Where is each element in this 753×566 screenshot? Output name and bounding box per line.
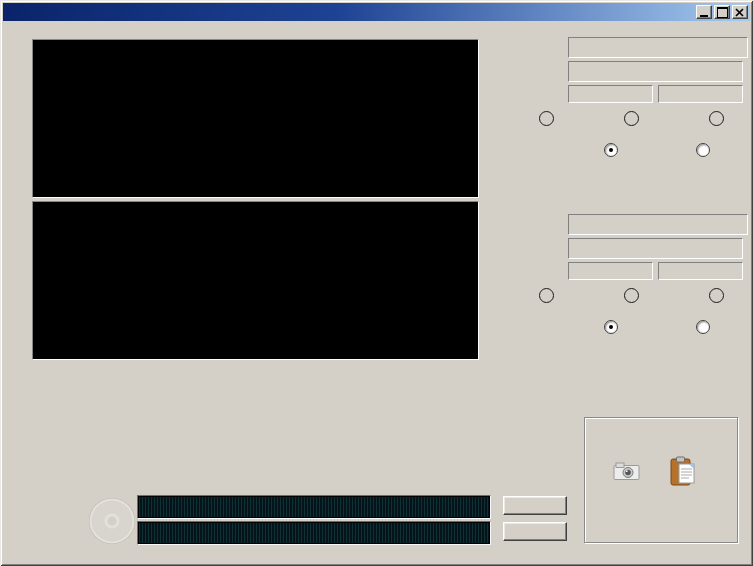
scan-drv1-field (568, 37, 748, 58)
mid-code-2-field (568, 238, 743, 259)
snapshot-groupbox (584, 417, 738, 543)
stat-pif-avg (354, 403, 432, 404)
jitter-2-led (709, 288, 724, 303)
burn-drive-1-lcd (137, 495, 491, 519)
pi-chart (33, 40, 478, 197)
app-window (0, 0, 753, 566)
maximize-icon (717, 7, 728, 18)
stat-pof-total-2 (423, 453, 501, 454)
type-1-field-a (568, 85, 653, 103)
pi-graph-1-led (539, 111, 554, 126)
stat-pif-avg-2 (354, 453, 432, 454)
burn-drive-2-lcd (137, 521, 491, 545)
pi-chart-frame (32, 39, 479, 198)
minimize-button[interactable] (696, 5, 712, 19)
minimize-icon (700, 15, 708, 17)
title-bar[interactable] (3, 3, 750, 21)
disc-graphic (89, 498, 135, 544)
type-2-field-b (658, 262, 743, 280)
type-2-field-a (568, 262, 653, 280)
clipboard-icon[interactable] (670, 456, 696, 487)
close-icon (735, 8, 745, 17)
pi-graph-2-led (539, 288, 554, 303)
type-1-field-b (658, 85, 743, 103)
line-radio-2[interactable] (604, 320, 618, 334)
mid-code-1-field (568, 61, 743, 82)
block-radio-1[interactable] (696, 143, 710, 157)
stat-pof-total (423, 403, 501, 404)
maximize-button[interactable] (714, 5, 730, 19)
comment-button-2[interactable] (503, 522, 567, 541)
stat-pif-peak (279, 403, 357, 404)
stat-pi-avg (148, 403, 226, 404)
stat-pif-peak-2 (279, 453, 357, 454)
comment-button-1[interactable] (503, 496, 567, 515)
pif-chart-frame (32, 201, 479, 360)
scan-drv2-field (568, 214, 748, 235)
stat-pi-avg-2 (148, 453, 226, 454)
close-button[interactable] (732, 5, 748, 19)
line-radio-1[interactable] (604, 143, 618, 157)
jitter-1-led (709, 111, 724, 126)
snapshot-camera-icon[interactable] (613, 460, 641, 482)
block-radio-2[interactable] (696, 320, 710, 334)
pif-chart (33, 202, 478, 359)
pif-graph-1-led (624, 111, 639, 126)
pif-graph-2-led (624, 288, 639, 303)
